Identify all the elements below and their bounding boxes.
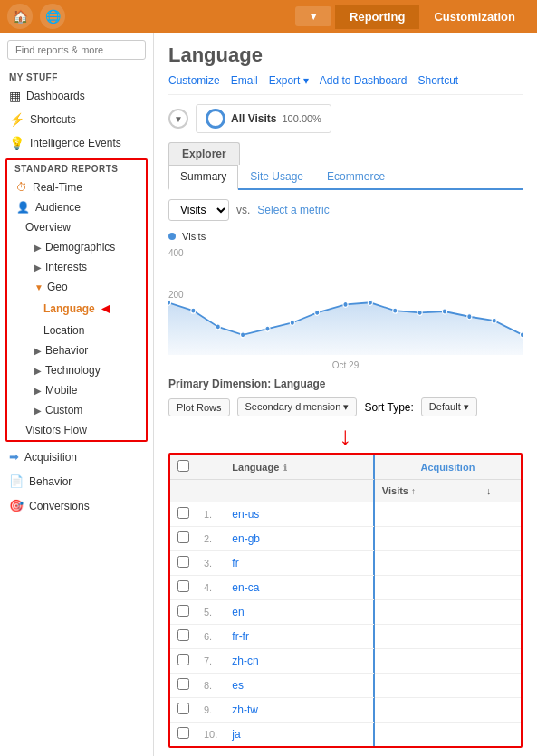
svg-point-5 xyxy=(290,320,294,325)
mobile-triangle: ▶ xyxy=(34,386,42,396)
row-visits-6 xyxy=(374,649,479,674)
main-layout: MY STUFF ▦ Dashboards ⚡ Shortcuts 💡 Inte… xyxy=(0,33,537,756)
row-checkbox-7[interactable] xyxy=(170,674,197,698)
row-rank-1: 2. xyxy=(197,527,225,551)
sidebar-item-shortcuts[interactable]: ⚡ Shortcuts xyxy=(0,108,153,131)
sidebar-item-behavior[interactable]: ▶ Behavior xyxy=(7,340,146,360)
row-rank-5: 6. xyxy=(197,625,225,649)
select-metric-link[interactable]: Select a metric xyxy=(257,204,329,216)
chart-legend: Visits xyxy=(168,231,206,242)
shortcuts-icon: ⚡ xyxy=(9,112,24,127)
row-lang-3[interactable]: en-ca xyxy=(225,576,374,600)
row-lang-8[interactable]: zh-tw xyxy=(225,698,374,723)
sort-icon: ↑ xyxy=(411,486,416,496)
row-checkbox-5[interactable] xyxy=(170,625,197,649)
row-lang-2[interactable]: fr xyxy=(225,551,374,576)
data-table-container: Language ℹ Acquisition Visits ↑ xyxy=(168,453,523,748)
row-lang-0[interactable]: en-us xyxy=(225,502,374,527)
row-lang-6[interactable]: zh-cn xyxy=(225,649,374,674)
secondary-dim-dropdown[interactable]: Secondary dimension ▾ xyxy=(237,397,358,416)
row-checkbox-1[interactable] xyxy=(170,527,197,551)
sort-default-dropdown[interactable]: Default ▾ xyxy=(421,397,477,416)
row-visits-7 xyxy=(374,674,479,698)
customize-link[interactable]: Customize xyxy=(168,74,220,87)
row-checkbox-6[interactable] xyxy=(170,649,197,674)
sidebar-item-demographics[interactable]: ▶ Demographics xyxy=(7,237,146,257)
sidebar-item-mobile[interactable]: ▶ Mobile xyxy=(7,380,146,400)
row-lang-5[interactable]: fr-fr xyxy=(225,625,374,649)
segment-toggle[interactable]: ▼ xyxy=(168,109,188,129)
sidebar-item-intelligence[interactable]: 💡 Intelligence Events xyxy=(0,131,153,155)
technology-label: Technology xyxy=(45,364,101,377)
sidebar-item-acquisition[interactable]: ➡ Acquisition xyxy=(0,445,153,468)
chart-legend-label: Visits xyxy=(182,231,206,242)
sidebar-item-overview[interactable]: Overview xyxy=(7,217,146,237)
export-link[interactable]: Export ▾ xyxy=(269,74,309,87)
row-lang-9[interactable]: ja xyxy=(225,723,374,747)
sidebar-item-behavior-bottom[interactable]: 📄 Behavior xyxy=(0,470,153,493)
svg-point-2 xyxy=(216,324,220,330)
row-rank-0: 1. xyxy=(197,502,225,527)
sidebar-item-geo[interactable]: ▼ Geo xyxy=(7,277,146,297)
geo-label: Geo xyxy=(47,281,68,293)
sidebar-item-realtime[interactable]: ⏱ Real-Time xyxy=(7,177,146,197)
segment-pill: All Visits 100.00% xyxy=(196,104,331,133)
th-rank xyxy=(197,455,225,480)
th-checkbox xyxy=(170,455,197,480)
select-all-checkbox[interactable] xyxy=(177,460,189,472)
conversions-label: Conversions xyxy=(29,500,90,512)
sub-tab-summary[interactable]: Summary xyxy=(168,165,238,190)
interests-triangle: ▶ xyxy=(34,263,42,273)
globe-icon[interactable]: 🌐 xyxy=(40,4,65,29)
intelligence-icon: 💡 xyxy=(9,136,24,150)
row-rank-6: 7. xyxy=(197,649,225,674)
behavior-bottom-icon: 📄 xyxy=(9,474,24,488)
row-checkbox-3[interactable] xyxy=(170,576,197,600)
sidebar-item-location[interactable]: Location xyxy=(7,321,146,340)
sidebar-item-dashboards[interactable]: ▦ Dashboards xyxy=(0,84,153,108)
search-input[interactable] xyxy=(7,40,146,60)
row-rank-2: 3. xyxy=(197,551,225,576)
row-lang-7[interactable]: es xyxy=(225,674,374,698)
sidebar-item-interests[interactable]: ▶ Interests xyxy=(7,257,146,277)
nav-tab-customization[interactable]: Customization xyxy=(419,5,530,29)
row-checkbox-4[interactable] xyxy=(170,600,197,625)
sidebar-item-language[interactable]: Language ◄ xyxy=(7,297,146,321)
nav-tab-reporting[interactable]: Reporting xyxy=(335,5,419,29)
explorer-tab[interactable]: Explorer xyxy=(168,142,240,165)
row-checkbox-0[interactable] xyxy=(170,502,197,527)
action-bar: Customize Email Export ▾ Add to Dashboar… xyxy=(168,74,523,95)
sidebar-item-technology[interactable]: ▶ Technology xyxy=(7,360,146,380)
row-lang-1[interactable]: en-gb xyxy=(225,527,374,551)
main-content: Language Customize Email Export ▾ Add to… xyxy=(154,33,537,756)
audience-icon: 👤 xyxy=(16,201,30,214)
demographics-label: Demographics xyxy=(45,241,115,254)
top-nav: 🏠 🌐 ▼ Reporting Customization xyxy=(0,0,537,33)
home-icon[interactable]: 🏠 xyxy=(7,4,33,29)
row-checkbox-8[interactable] xyxy=(170,698,197,723)
sidebar-item-visitors-flow[interactable]: Visitors Flow xyxy=(7,420,146,440)
table-row: 4. en-ca xyxy=(170,576,521,600)
row-checkbox-9[interactable] xyxy=(170,723,197,747)
sidebar-item-custom[interactable]: ▶ Custom xyxy=(7,400,146,420)
row-visits2-2 xyxy=(479,551,521,576)
row-visits2-6 xyxy=(479,649,521,674)
plot-rows-button[interactable]: Plot Rows xyxy=(168,398,230,416)
shortcut-link[interactable]: Shortcut xyxy=(417,74,458,87)
th-visits: Visits ↑ xyxy=(374,480,479,502)
metric-dropdown[interactable]: Visits xyxy=(168,199,229,221)
th-acquisition: Acquisition xyxy=(374,455,521,480)
sidebar-item-conversions[interactable]: 🎯 Conversions xyxy=(0,494,153,517)
segment-row: ▼ All Visits 100.00% xyxy=(168,104,523,133)
sub-tab-site-usage[interactable]: Site Usage xyxy=(238,165,315,188)
row-rank-8: 9. xyxy=(197,698,225,723)
email-link[interactable]: Email xyxy=(231,74,258,87)
add-to-dashboard-link[interactable]: Add to Dashboard xyxy=(320,74,408,87)
row-checkbox-2[interactable] xyxy=(170,551,197,576)
row-lang-4[interactable]: en xyxy=(225,600,374,625)
nav-dropdown[interactable]: ▼ xyxy=(295,6,331,26)
sidebar-item-audience[interactable]: 👤 Audience xyxy=(7,197,146,217)
row-visits2-0 xyxy=(479,502,521,527)
svg-point-12 xyxy=(467,314,472,320)
sub-tab-ecommerce[interactable]: Ecommerce xyxy=(315,165,397,188)
